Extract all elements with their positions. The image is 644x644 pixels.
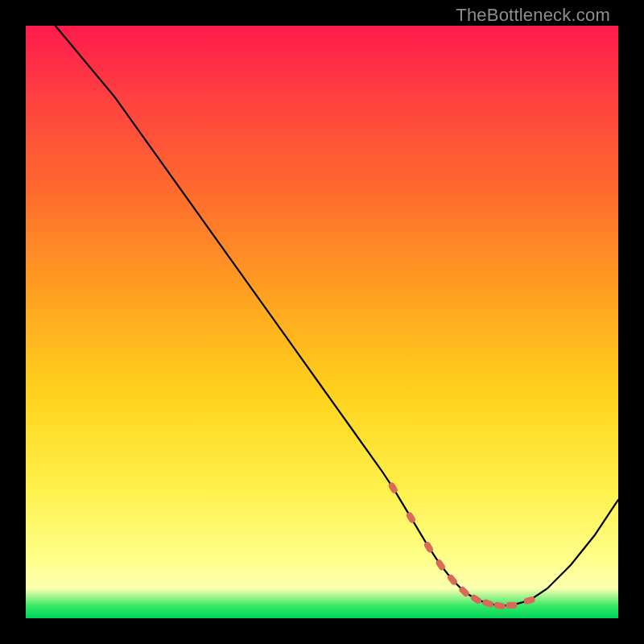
plot-area xyxy=(26,26,618,618)
highlight-dots-group xyxy=(387,481,535,610)
highlight-dot xyxy=(506,601,517,609)
bottleneck-curve-path xyxy=(56,26,618,606)
chart-frame: TheBottleneck.com xyxy=(0,0,644,644)
highlight-dot xyxy=(493,601,506,610)
highlight-dot xyxy=(469,593,482,605)
highlight-dot xyxy=(481,599,494,609)
chart-svg xyxy=(26,26,618,618)
watermark-text: TheBottleneck.com xyxy=(456,5,610,26)
highlight-dot xyxy=(405,511,416,524)
